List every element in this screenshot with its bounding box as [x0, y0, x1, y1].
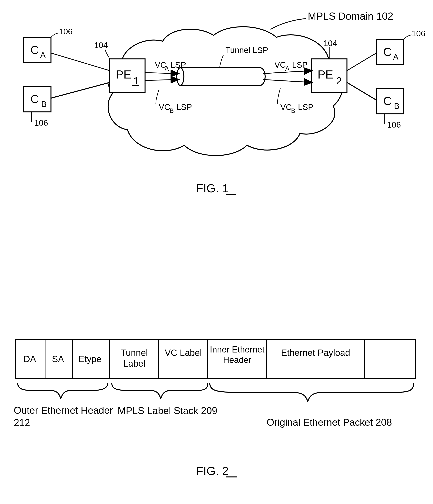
- vcb-left-label: VC B LSP: [156, 90, 192, 114]
- svg-text:C: C: [383, 94, 392, 108]
- cell-vc: VC Label: [161, 347, 206, 358]
- cb-left-box: C B 106: [24, 86, 51, 127]
- svg-text:VC: VC: [274, 60, 286, 70]
- svg-text:A: A: [165, 65, 169, 72]
- brace-mpls: MPLS Label Stack 209: [112, 383, 217, 416]
- tunnel-cylinder: Tunnel LSP: [177, 45, 268, 85]
- ca-left-ref: 106: [59, 27, 72, 36]
- ca-right-box: C A 106: [376, 29, 425, 65]
- link-pe2-ca: [347, 53, 376, 71]
- vca-left-line: [145, 73, 178, 74]
- cell-inner: Inner Ethernet Header: [210, 344, 265, 365]
- svg-text:C: C: [383, 45, 392, 58]
- svg-text:PE: PE: [318, 68, 333, 81]
- vca-right-label: VC A LSP: [274, 60, 308, 72]
- fig2-caption: FIG. 2: [196, 464, 229, 477]
- brace-orig-label: Original Ethernet Packet 208: [261, 416, 398, 429]
- mpls-domain-label: MPLS Domain 102: [308, 10, 393, 22]
- cb-left-ref: 106: [34, 118, 48, 127]
- link-pe2-cb: [347, 82, 376, 100]
- figure-2: DA SA Etype Tunnel Label VC Label Inner …: [14, 340, 416, 477]
- brace-orig: Original Ethernet Packet 208: [210, 383, 414, 448]
- pe2-box: PE 2 104: [312, 39, 347, 92]
- cb-right-ref: 106: [387, 120, 401, 129]
- svg-text:B: B: [41, 99, 47, 109]
- link-cb-pe1: [51, 82, 110, 98]
- packet-table: DA SA Etype Tunnel Label VC Label Inner …: [16, 340, 416, 379]
- svg-text:LSP: LSP: [171, 60, 186, 70]
- pe2-ref: 104: [323, 39, 337, 48]
- cell-sa: SA: [52, 354, 64, 364]
- cell-etype: Etype: [78, 354, 102, 364]
- svg-text:B: B: [170, 107, 174, 114]
- cloud-leader: [270, 19, 306, 29]
- fig1-caption: FIG. 1: [196, 182, 229, 195]
- cell-payload: Ethernet Payload: [270, 347, 361, 358]
- svg-text:B: B: [394, 101, 399, 111]
- svg-text:LSP: LSP: [298, 102, 313, 112]
- figure-1: MPLS Domain 102 C A 106 C B 106 C A 106 …: [24, 10, 425, 195]
- svg-text:B: B: [291, 107, 295, 114]
- svg-text:C: C: [30, 92, 39, 106]
- svg-text:VC: VC: [280, 102, 292, 112]
- svg-text:C: C: [30, 43, 39, 56]
- svg-point-19: [177, 68, 184, 85]
- ca-right-ref: 106: [412, 29, 425, 38]
- svg-text:1: 1: [133, 75, 139, 87]
- pe1-ref: 104: [94, 41, 108, 50]
- vcb-right-label: VC B LSP: [277, 88, 313, 114]
- cb-right-box: C B 106: [376, 88, 404, 129]
- link-ca-pe1: [51, 53, 110, 71]
- brace-outer: Outer Ethernet Header 212: [14, 383, 116, 432]
- svg-text:LSP: LSP: [292, 60, 308, 70]
- svg-text:A: A: [285, 65, 289, 72]
- brace-mpls-label: MPLS Label Stack 209: [118, 405, 217, 416]
- svg-text:2: 2: [336, 75, 342, 87]
- brace-outer-label: Outer Ethernet Header 212: [14, 404, 116, 429]
- cell-da: DA: [24, 354, 36, 364]
- svg-text:A: A: [40, 50, 46, 60]
- svg-text:A: A: [393, 52, 398, 62]
- tunnel-lsp-label: Tunnel LSP: [225, 45, 268, 55]
- vcb-right-line: [263, 80, 312, 82]
- svg-text:VC: VC: [159, 102, 170, 112]
- vcb-left-line: [145, 80, 178, 81]
- svg-text:LSP: LSP: [176, 102, 192, 112]
- cell-tunnel: Tunnel Label: [112, 347, 157, 369]
- svg-text:PE: PE: [116, 68, 131, 81]
